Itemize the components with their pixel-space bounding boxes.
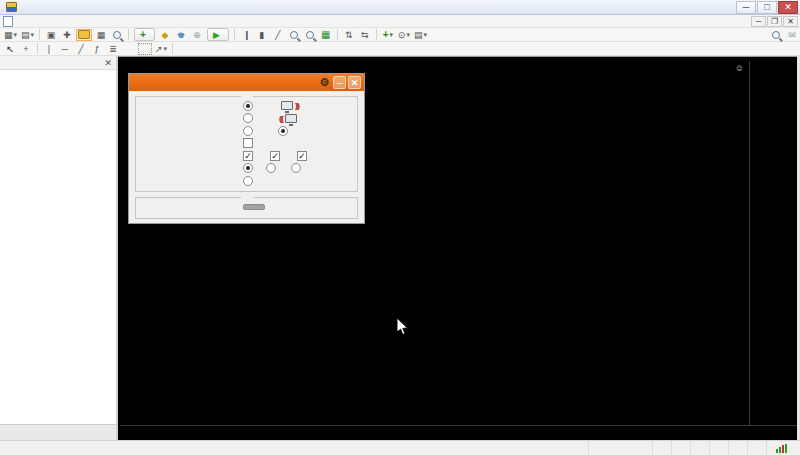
indicators-icon[interactable]: +▾ xyxy=(381,29,395,41)
child-close-button[interactable]: ✕ xyxy=(783,16,798,27)
navigator-panel: ✕ xyxy=(0,56,118,440)
periods-icon[interactable]: ⊙▾ xyxy=(397,29,411,41)
line-studies-toolbar: ↖ + | ─ ╱ ƒ ≣ ↗▾ xyxy=(0,42,800,56)
close-value xyxy=(728,441,747,455)
cursor-tool-icon[interactable]: ↖ xyxy=(3,43,17,55)
minimize-button[interactable]: ─ xyxy=(736,1,756,14)
hidden-mode-checkbox[interactable] xyxy=(243,138,253,148)
profiles-icon[interactable]: ▤▾ xyxy=(20,29,35,41)
active-status-group xyxy=(135,197,358,219)
comment-default-radio[interactable] xyxy=(243,163,253,173)
status-bar xyxy=(0,440,800,455)
navigator-tree xyxy=(0,70,116,424)
child-restore-button[interactable]: ❐ xyxy=(767,16,782,27)
market-watch-icon[interactable]: ▣ xyxy=(44,29,58,41)
provider-radio[interactable] xyxy=(243,101,253,111)
autotrading-play-icon: ▶ xyxy=(213,30,220,40)
search-icon[interactable] xyxy=(769,29,783,41)
new-order-button[interactable]: + xyxy=(134,28,155,41)
remote-trade-copier-dialog: ⚙ ─ ✕ ))) ((( xyxy=(128,73,365,224)
autotrading-button[interactable]: ▶ xyxy=(207,28,229,41)
arrows-tool-icon[interactable]: ↗▾ xyxy=(154,43,168,55)
navigator-close-icon[interactable]: ✕ xyxy=(104,58,112,68)
connection-status[interactable] xyxy=(766,441,800,455)
mouse-cursor xyxy=(396,318,409,336)
disabled-toggle-button[interactable] xyxy=(243,204,265,210)
metaeditor-icon[interactable]: ◆ xyxy=(158,29,172,41)
trendline-icon[interactable]: ╱ xyxy=(74,43,88,55)
smiley-icon: ☺ xyxy=(735,63,744,73)
new-chart-icon[interactable]: ▦▾ xyxy=(3,29,18,41)
buy-checkbox[interactable]: ✓ xyxy=(243,151,253,161)
traffic-bars-icon xyxy=(776,444,787,453)
open-value xyxy=(671,441,690,455)
templates-icon[interactable]: ▤▾ xyxy=(413,29,428,41)
dialog-minimize-button[interactable]: ─ xyxy=(333,76,346,89)
receiver-radio[interactable] xyxy=(243,113,253,123)
crosshair-tool-icon[interactable]: + xyxy=(19,43,33,55)
app-logo-icon xyxy=(6,2,17,12)
zoom-in-icon[interactable] xyxy=(287,29,301,41)
settings-group: ))) ((( ✓ ✓ ✓ xyxy=(135,96,358,192)
navigator-tabs xyxy=(0,424,116,440)
strategy-tester-icon[interactable] xyxy=(110,29,124,41)
chat-icon[interactable]: ✉ xyxy=(785,29,799,41)
child-minimize-button[interactable]: ─ xyxy=(751,16,766,27)
community-icon[interactable]: ⊕ xyxy=(190,29,204,41)
dialog-titlebar[interactable]: ⚙ ─ ✕ xyxy=(129,74,364,91)
text-label-tool-icon[interactable] xyxy=(138,43,152,55)
line-chart-icon[interactable]: ╱ xyxy=(271,29,285,41)
terminal-icon[interactable]: ▦ xyxy=(94,29,108,41)
chart-shift-icon[interactable]: ⇆ xyxy=(358,29,372,41)
provider-icon: ))) xyxy=(279,101,299,110)
text-tool-icon[interactable] xyxy=(122,43,136,55)
bar-time-value xyxy=(652,441,671,455)
data-window-icon[interactable]: ✚ xyxy=(60,29,74,41)
maximize-button[interactable]: □ xyxy=(757,1,777,14)
high-value xyxy=(690,441,709,455)
vertical-line-icon[interactable]: | xyxy=(42,43,56,55)
auto-arrange-icon[interactable]: ⇅ xyxy=(342,29,356,41)
standard-toolbar: ▦▾ ▤▾ ▣ ✚ ▦ + ◆ ♚ ⊕ ▶ ||| ▮ ╱ ▦ ⇅ ⇆ +▾ ⊙… xyxy=(0,28,800,42)
navigator-icon[interactable] xyxy=(76,29,92,41)
dialog-gear-icon[interactable]: ⚙ xyxy=(318,76,331,89)
receiver-icon: ((( xyxy=(279,114,299,123)
close-button[interactable]: ✕ xyxy=(778,1,798,14)
bar-chart-icon[interactable]: ||| xyxy=(239,29,253,41)
ea-watermark: ☺ xyxy=(732,63,744,73)
candlestick-chart-icon[interactable]: ▮ xyxy=(255,29,269,41)
comment-same-radio[interactable] xyxy=(291,163,301,173)
zoom-out-icon[interactable] xyxy=(303,29,317,41)
chart-document-icon xyxy=(3,16,13,27)
volume-value xyxy=(747,441,766,455)
pending-checkbox[interactable]: ✓ xyxy=(297,151,307,161)
remote-radio[interactable] xyxy=(243,126,253,136)
comment-custom-radio[interactable] xyxy=(243,176,253,186)
fibonacci-icon[interactable]: ƒ xyxy=(90,43,104,55)
local-radio[interactable] xyxy=(278,126,288,136)
dialog-close-button[interactable]: ✕ xyxy=(348,76,361,89)
new-order-plus-icon: + xyxy=(140,29,146,40)
low-value xyxy=(709,441,728,455)
profile-selector[interactable] xyxy=(588,441,652,455)
time-axis[interactable] xyxy=(120,425,800,440)
horizontal-line-icon[interactable]: ─ xyxy=(58,43,72,55)
sell-checkbox[interactable]: ✓ xyxy=(270,151,280,161)
tile-windows-icon[interactable]: ▦ xyxy=(319,29,333,41)
expert-properties-icon[interactable]: ♚ xyxy=(174,29,188,41)
price-axis[interactable] xyxy=(749,61,800,425)
channel-icon[interactable]: ≣ xyxy=(106,43,120,55)
comment-none-radio[interactable] xyxy=(266,163,276,173)
menu-bar: ─ ❐ ✕ xyxy=(0,15,800,28)
title-bar: ─ □ ✕ xyxy=(0,0,800,15)
